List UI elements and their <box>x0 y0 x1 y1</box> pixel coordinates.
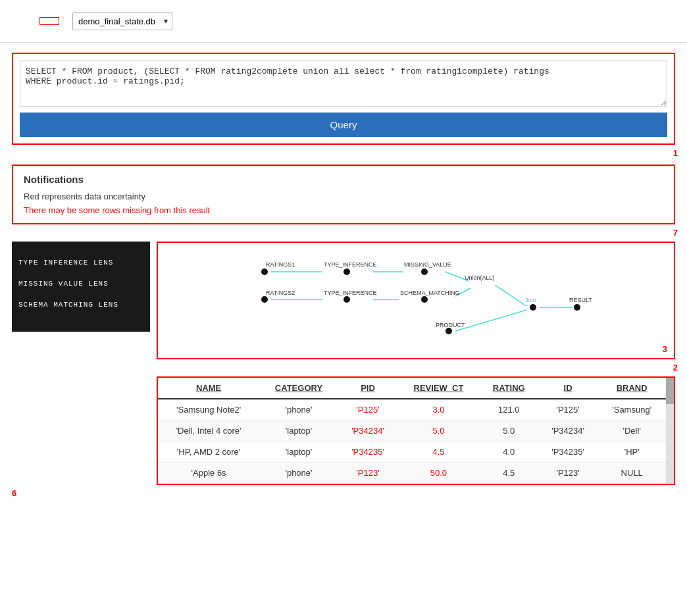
table-row: 'HP, AMD 2 core''laptop''P34235'4.54.0'P… <box>158 442 666 463</box>
col-review-ct: REVIEW_CT <box>397 378 479 399</box>
svg-point-27 <box>574 304 580 311</box>
svg-point-13 <box>421 269 428 275</box>
svg-text:TYPE_INFERENCE: TYPE_INFERENCE <box>324 290 377 296</box>
legend-panel: TYPE INFERENCE LENS MISSING VALUE LENS S… <box>12 242 150 332</box>
graph-svg: RATINGS1 TYPE_INFERENCE MISSING_VALUE Un… <box>162 247 670 352</box>
query-section: Query <box>12 53 675 145</box>
col-rating: RATING <box>480 378 538 399</box>
svg-text:SCHEMA_MATCHING: SCHEMA_MATCHING <box>400 290 460 296</box>
svg-point-23 <box>445 328 452 334</box>
svg-text:PRODUCT: PRODUCT <box>436 322 465 328</box>
col-brand: BRAND <box>598 378 666 399</box>
svg-point-11 <box>344 269 350 275</box>
label-6: 6 <box>12 488 16 498</box>
svg-text:RATINGS2: RATINGS2 <box>266 290 295 296</box>
svg-line-7 <box>455 310 526 331</box>
scrollbar-thumb[interactable] <box>666 378 674 404</box>
legend-item-schema-matching: SCHEMA MATCHING LENS <box>18 297 143 313</box>
svg-point-19 <box>344 296 350 303</box>
upload-button[interactable] <box>39 17 59 25</box>
svg-point-9 <box>261 269 268 275</box>
legend-item-type-inference: TYPE INFERENCE LENS <box>18 255 143 270</box>
table-row: 'Dell, Intel 4 core''laptop''P34234'5.05… <box>158 421 666 442</box>
svg-text:RATINGS1: RATINGS1 <box>266 261 295 268</box>
svg-text:Union(ALL): Union(ALL) <box>465 274 495 281</box>
svg-text:MISSING_VALUE: MISSING_VALUE <box>404 261 451 268</box>
data-table: NAME CATEGORY PID REVIEW_CT RATING ID BR… <box>158 378 666 484</box>
svg-point-21 <box>421 296 428 303</box>
svg-text:Join: Join <box>525 297 536 303</box>
label-1: 1 <box>673 148 678 158</box>
query-input[interactable] <box>20 61 667 107</box>
label-3: 3 <box>663 344 667 354</box>
svg-text:TYPE_INFERENCE: TYPE_INFERENCE <box>324 261 377 268</box>
col-category: CATEGORY <box>259 378 338 399</box>
table-header-row: NAME CATEGORY PID REVIEW_CT RATING ID BR… <box>158 378 666 399</box>
table-section: NAME CATEGORY PID REVIEW_CT RATING ID BR… <box>157 376 675 485</box>
legend-item-missing-value: MISSING VALUE LENS <box>18 276 143 292</box>
col-id: ID <box>538 378 598 399</box>
col-name: NAME <box>158 378 259 399</box>
svg-text:RESULT: RESULT <box>569 297 592 303</box>
notifications-warning: There may be some rows missing from this… <box>24 205 663 215</box>
table-row: 'Apple 6s'phone''P123'50.04.5'P123'NULL <box>158 463 666 484</box>
col-pid: PID <box>338 378 398 399</box>
svg-line-6 <box>495 285 526 306</box>
db-select-wrapper[interactable]: demo_final_state.db <box>72 13 172 30</box>
svg-point-25 <box>530 304 536 311</box>
notifications-text: Red represents data uncertainty <box>24 192 663 201</box>
graph-section: RATINGS1 TYPE_INFERENCE MISSING_VALUE Un… <box>157 242 675 359</box>
svg-point-17 <box>261 296 268 303</box>
header: demo_final_state.db <box>0 0 687 43</box>
db-select[interactable]: demo_final_state.db <box>73 13 172 30</box>
notifications-title: Notifications <box>24 174 663 185</box>
label-2: 2 <box>673 363 678 372</box>
label-7: 7 <box>673 228 678 238</box>
query-button[interactable]: Query <box>20 113 667 137</box>
notifications-section: Notifications Red represents data uncert… <box>12 165 675 224</box>
table-row: 'Samsung Note2''phone''P125'3.0121.0'P12… <box>158 399 666 421</box>
